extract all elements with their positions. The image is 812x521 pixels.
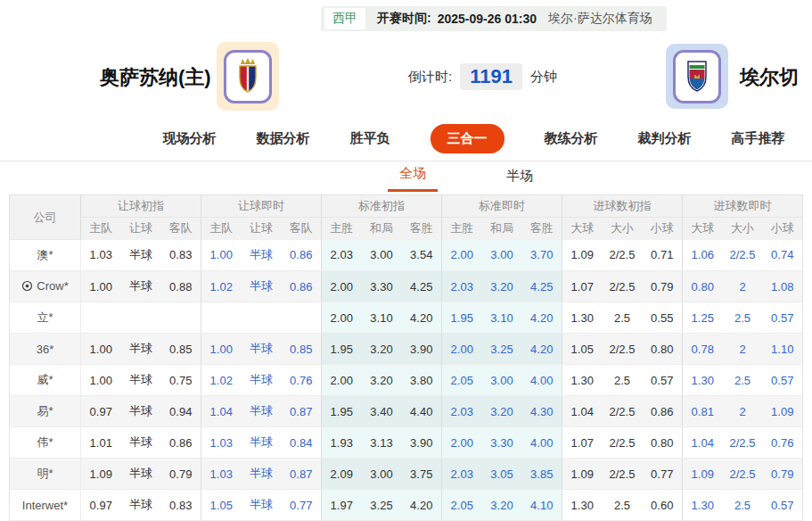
- company-name: 明*: [37, 466, 53, 482]
- company-cell[interactable]: 明*: [10, 459, 81, 490]
- odds-cell: 1.04: [201, 396, 242, 427]
- company-cell[interactable]: 澳*: [10, 240, 81, 271]
- nav-tab-3[interactable]: 三合一: [431, 124, 504, 153]
- nav-tab-0[interactable]: 现场分析: [163, 130, 217, 147]
- odds-cell: 3.10: [362, 302, 402, 334]
- company-name: 易*: [37, 403, 53, 419]
- odds-cell: 0.57: [643, 365, 683, 396]
- odds-cell: 3.20: [362, 334, 402, 365]
- odds-cell: [81, 302, 121, 334]
- odds-cell: 3.54: [402, 240, 442, 271]
- odds-cell: 1.03: [201, 459, 242, 490]
- odds-row: 澳*1.03半球0.831.00半球0.862.033.003.542.003.…: [10, 240, 803, 271]
- nav-tab-5[interactable]: 裁判分析: [638, 130, 692, 147]
- company-cell[interactable]: 36*: [10, 334, 81, 365]
- countdown: 倒计时: 1191 分钟: [408, 63, 557, 90]
- company-header: 公司: [10, 195, 81, 240]
- odds-cell: 0.57: [763, 302, 803, 334]
- period-tab-0[interactable]: 全场: [388, 165, 438, 192]
- countdown-unit: 分钟: [530, 69, 557, 86]
- company-name: 立*: [37, 310, 53, 326]
- odds-cell: 半球: [121, 271, 161, 302]
- odds-table-body: 澳*1.03半球0.831.00半球0.862.033.003.542.003.…: [10, 240, 803, 521]
- odds-cell: 3.30: [482, 427, 522, 459]
- col-header: 主队: [81, 218, 121, 240]
- odds-row: Crow*1.00半球0.881.02半球0.862.003.304.252.0…: [10, 271, 803, 302]
- odds-cell: 2/2.5: [603, 396, 643, 427]
- odds-cell: 1.00: [81, 271, 121, 302]
- odds-cell: 1.30: [562, 490, 603, 521]
- odds-cell: 1.03: [201, 427, 242, 459]
- company-cell[interactable]: 威*: [10, 365, 81, 396]
- company-label: 澳*: [37, 247, 53, 263]
- nav-tab-2[interactable]: 胜平负: [350, 130, 390, 147]
- odds-cell: 2.00: [322, 365, 362, 396]
- period-tab-1[interactable]: 半场: [495, 168, 545, 192]
- odds-cell: 4.25: [522, 271, 562, 302]
- odds-row: 伟*1.01半球0.861.03半球0.841.933.133.902.003.…: [10, 427, 803, 459]
- company-cell[interactable]: 易*: [10, 396, 81, 427]
- odds-cell: 半球: [242, 490, 282, 521]
- company-cell[interactable]: 立*: [10, 302, 81, 334]
- group-header-4: 进球数初指: [562, 195, 683, 218]
- odds-cell: 半球: [242, 396, 282, 427]
- odds-cell: 0.76: [763, 427, 803, 459]
- odds-cell: 半球: [121, 490, 161, 521]
- col-header: 小球: [763, 218, 803, 240]
- company-label: 伟*: [37, 434, 53, 451]
- col-header: 主胜: [442, 218, 482, 240]
- company-cell[interactable]: 伟*: [10, 427, 81, 459]
- odds-cell: 3.90: [402, 334, 442, 365]
- company-label: 明*: [37, 466, 53, 482]
- odds-cell: 0.85: [282, 334, 322, 365]
- odds-cell: 1.01: [81, 427, 121, 459]
- odds-cell: 1.06: [683, 240, 723, 271]
- odds-cell: 2.03: [442, 271, 482, 302]
- odds-cell: 半球: [121, 334, 161, 365]
- odds-cell: 1.02: [201, 271, 242, 302]
- col-header: 小球: [643, 218, 683, 240]
- company-cell[interactable]: Interwet*: [10, 490, 81, 521]
- odds-cell: 1.04: [683, 427, 723, 459]
- col-header: 客胜: [402, 218, 442, 240]
- odds-cell: 1.09: [562, 459, 603, 490]
- odds-cell: 3.75: [402, 459, 442, 490]
- odds-cell: 2.00: [322, 271, 362, 302]
- odds-cell: 0.87: [282, 459, 322, 490]
- odds-cell: 2/2.5: [603, 334, 643, 365]
- main-nav: 现场分析数据分析胜平负三合一教练分析裁判分析高手推荐: [0, 116, 812, 161]
- odds-cell: 半球: [242, 459, 282, 490]
- col-header: 大小: [603, 218, 643, 240]
- nav-tab-1[interactable]: 数据分析: [257, 130, 310, 147]
- away-team-crest-icon: [681, 57, 713, 96]
- odds-cell: 0.81: [683, 396, 723, 427]
- odds-cell: 0.78: [683, 334, 723, 365]
- odds-cell: 0.60: [643, 490, 683, 521]
- company-name: 伟*: [37, 434, 53, 451]
- odds-cell: 1.93: [322, 427, 362, 459]
- odds-cell: 0.79: [643, 271, 683, 302]
- odds-cell: 2.03: [322, 240, 362, 271]
- nav-tab-4[interactable]: 教练分析: [545, 130, 598, 147]
- odds-cell: 2/2.5: [723, 459, 763, 490]
- venue-name: 埃尔·萨达尔体育场: [548, 11, 652, 27]
- match-info-bar: 西甲 开赛时间: 2025-09-26 01:30 埃尔·萨达尔体育场: [321, 6, 667, 31]
- group-header-3: 标准即时: [442, 195, 562, 218]
- odds-cell: 0.79: [161, 459, 201, 490]
- odds-cell: 1.97: [322, 490, 362, 521]
- nav-tab-6[interactable]: 高手推荐: [732, 130, 785, 147]
- odds-cell: 0.71: [643, 240, 683, 271]
- company-cell[interactable]: Crow*: [10, 271, 81, 302]
- odds-cell: 2: [723, 396, 763, 427]
- odds-cell: 1.00: [81, 334, 121, 365]
- league-badge[interactable]: 西甲: [324, 8, 365, 29]
- odds-cell: [242, 302, 282, 334]
- odds-cell: 2/2.5: [603, 271, 643, 302]
- odds-cell: 1.00: [201, 334, 242, 365]
- odds-cell: 2: [723, 271, 763, 302]
- odds-cell: 2.00: [442, 334, 482, 365]
- odds-cell: 4.20: [522, 302, 562, 334]
- odds-cell: 0.84: [282, 427, 322, 459]
- odds-cell: 1.95: [322, 396, 362, 427]
- odds-cell: 3.10: [482, 302, 522, 334]
